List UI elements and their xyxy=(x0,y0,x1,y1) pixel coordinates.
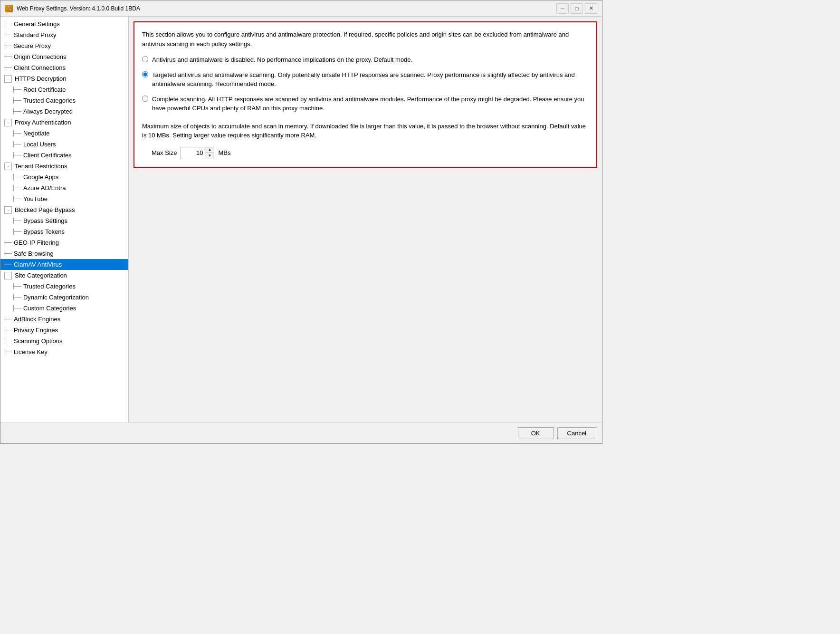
radio-targeted-label: Targeted antivirus and antimalware scann… xyxy=(152,70,589,89)
tree-connector: ├── xyxy=(0,240,12,246)
tree-connector: ├── xyxy=(0,65,12,71)
tree-connector: ├── xyxy=(0,294,21,300)
sidebar-item-license-key[interactable]: ├── License Key xyxy=(0,346,128,357)
sidebar-item-blocked-page-bypass[interactable]: -Blocked Page Bypass xyxy=(0,204,128,215)
sidebar-label-client-certificates: Client Certificates xyxy=(21,151,74,160)
tree-connector: ├── xyxy=(0,327,12,333)
sidebar-item-proxy-authentication[interactable]: -Proxy Authentication xyxy=(0,117,128,128)
tree-connector: ├── xyxy=(0,196,21,202)
sidebar-item-secure-proxy[interactable]: ├── Secure Proxy xyxy=(0,40,128,51)
sidebar-label-bypass-settings: Bypass Settings xyxy=(21,216,69,225)
radio-option-disabled[interactable]: Antivirus and antimalware is disabled. N… xyxy=(142,55,589,65)
sidebar-item-custom-categories[interactable]: ├── Custom Categories xyxy=(0,303,128,314)
sidebar: ├── General Settings├── Standard Proxy├─… xyxy=(0,17,129,423)
tree-connector: ├── xyxy=(0,250,12,257)
tree-connector: ├── xyxy=(0,86,21,93)
sidebar-item-tenant-restrictions[interactable]: -Tenant Restrictions xyxy=(0,161,128,172)
tree-connector: ├── xyxy=(0,130,21,136)
tree-connector: ├── xyxy=(0,338,12,344)
sidebar-label-tenant-restrictions: Tenant Restrictions xyxy=(13,162,69,171)
sidebar-label-local-users: Local Users xyxy=(21,140,58,149)
sidebar-label-azure-ad-entra: Azure AD/Entra xyxy=(21,183,68,192)
radio-option-complete[interactable]: Complete scanning. All HTTP responses ar… xyxy=(142,95,589,113)
sidebar-item-https-decryption[interactable]: -HTTPS Decryption xyxy=(0,73,128,84)
sidebar-item-root-certificate[interactable]: ├── Root Certificate xyxy=(0,84,128,95)
max-size-description: Maximum size of objects to accumulate an… xyxy=(142,122,589,140)
sidebar-label-dynamic-categorization: Dynamic Categorization xyxy=(21,293,91,302)
radio-complete[interactable] xyxy=(142,96,148,102)
cancel-button[interactable]: Cancel xyxy=(557,427,596,439)
tree-connector: ├── xyxy=(0,32,12,38)
sidebar-label-license-key: License Key xyxy=(12,347,49,356)
tree-connector: ├── xyxy=(0,152,21,158)
expand-icon-tenant-restrictions[interactable]: - xyxy=(4,163,12,170)
sidebar-item-standard-proxy[interactable]: ├── Standard Proxy xyxy=(0,29,128,40)
minimize-button[interactable]: ─ xyxy=(556,3,569,14)
tree-connector: ├── xyxy=(0,108,21,115)
radio-option-targeted[interactable]: Targeted antivirus and antimalware scann… xyxy=(142,70,589,89)
sidebar-item-bypass-settings[interactable]: ├── Bypass Settings xyxy=(0,215,128,226)
sidebar-label-general-settings: General Settings xyxy=(12,19,62,29)
sidebar-item-client-connections[interactable]: ├── Client Connections xyxy=(0,62,128,73)
tree-connector: ├── xyxy=(0,174,21,180)
sidebar-item-azure-ad-entra[interactable]: ├── Azure AD/Entra xyxy=(0,183,128,193)
expand-icon-https-decryption[interactable]: - xyxy=(4,75,12,83)
tree-connector: ├── xyxy=(0,141,21,147)
sidebar-item-site-categorization[interactable]: -Site Categorization xyxy=(0,270,128,281)
sidebar-item-geo-ip-filtering[interactable]: ├── GEO-IP Filtering xyxy=(0,237,128,248)
description-text: This section allows you to configure ant… xyxy=(142,30,589,48)
tree-connector: ├── xyxy=(0,185,21,191)
sidebar-item-always-decrypted[interactable]: ├── Always Decrypted xyxy=(0,106,128,117)
sidebar-item-client-certificates[interactable]: ├── Client Certificates xyxy=(0,150,128,161)
sidebar-label-client-connections: Client Connections xyxy=(12,63,67,72)
tree-connector: ├── xyxy=(0,54,12,60)
sidebar-label-clamav-antivirus: ClamAV AntiVirus xyxy=(12,260,64,269)
expand-icon-site-categorization[interactable]: - xyxy=(4,272,12,279)
sidebar-label-custom-categories: Custom Categories xyxy=(21,304,78,313)
sidebar-label-standard-proxy: Standard Proxy xyxy=(12,30,58,39)
tree-connector: ├── xyxy=(0,283,21,289)
max-size-input[interactable] xyxy=(181,147,205,159)
sidebar-item-dynamic-categorization[interactable]: ├── Dynamic Categorization xyxy=(0,292,128,303)
sidebar-item-origin-connections[interactable]: ├── Origin Connections xyxy=(0,51,128,62)
expand-icon-blocked-page-bypass[interactable]: - xyxy=(4,206,12,214)
sidebar-label-root-certificate: Root Certificate xyxy=(21,85,68,94)
sidebar-label-youtube: YouTube xyxy=(21,194,49,203)
radio-targeted[interactable] xyxy=(142,71,148,77)
sidebar-item-local-users[interactable]: ├── Local Users xyxy=(0,139,128,150)
sidebar-item-negotiate[interactable]: ├── Negotiate xyxy=(0,128,128,139)
sidebar-item-general-settings[interactable]: ├── General Settings xyxy=(0,19,128,29)
sidebar-item-trusted-categories-2[interactable]: ├── Trusted Categories xyxy=(0,281,128,292)
radio-disabled[interactable] xyxy=(142,56,148,62)
tree-connector: ├── xyxy=(0,316,12,322)
radio-disabled-label: Antivirus and antimalware is disabled. N… xyxy=(152,55,412,65)
sidebar-item-youtube[interactable]: ├── YouTube xyxy=(0,193,128,204)
ok-button[interactable]: OK xyxy=(518,427,554,439)
sidebar-label-secure-proxy: Secure Proxy xyxy=(12,41,53,50)
content-area: This section allows you to configure ant… xyxy=(129,17,602,423)
max-size-unit: MBs xyxy=(218,149,230,156)
sidebar-item-trusted-categories[interactable]: ├── Trusted Categories xyxy=(0,95,128,106)
expand-icon-proxy-authentication[interactable]: - xyxy=(4,119,12,126)
spinner-up-button[interactable]: ▲ xyxy=(205,147,214,153)
bottom-bar: OK Cancel xyxy=(0,423,602,443)
sidebar-item-privacy-engines[interactable]: ├── Privacy Engines xyxy=(0,325,128,336)
sidebar-item-adblock-engines[interactable]: ├── AdBlock Engines xyxy=(0,314,128,325)
sidebar-label-always-decrypted: Always Decrypted xyxy=(21,107,75,116)
sidebar-item-clamav-antivirus[interactable]: ├── ClamAV AntiVirus xyxy=(0,259,128,270)
max-size-label: Max Size xyxy=(152,149,177,156)
radio-complete-label: Complete scanning. All HTTP responses ar… xyxy=(152,95,589,113)
spinner-down-button[interactable]: ▼ xyxy=(205,153,214,159)
sidebar-item-bypass-tokens[interactable]: ├── Bypass Tokens xyxy=(0,226,128,237)
maximize-button[interactable]: □ xyxy=(571,3,583,14)
sidebar-label-blocked-page-bypass: Blocked Page Bypass xyxy=(13,205,76,214)
sidebar-item-google-apps[interactable]: ├── Google Apps xyxy=(0,172,128,183)
max-size-spinner[interactable]: ▲ ▼ xyxy=(181,147,214,159)
tree-connector: ├── xyxy=(0,97,21,104)
sidebar-label-trusted-categories-2: Trusted Categories xyxy=(21,282,77,291)
sidebar-item-scanning-options[interactable]: ├── Scanning Options xyxy=(0,336,128,346)
sidebar-label-geo-ip-filtering: GEO-IP Filtering xyxy=(12,238,61,247)
close-button[interactable]: ✕ xyxy=(585,3,597,14)
separator-section: Maximum size of objects to accumulate an… xyxy=(142,119,589,159)
sidebar-item-safe-browsing[interactable]: ├── Safe Browsing xyxy=(0,248,128,259)
